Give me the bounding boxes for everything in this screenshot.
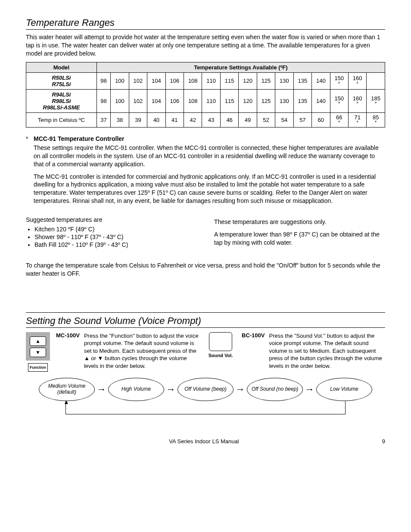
arrow-right-icon: → xyxy=(236,384,245,395)
note-paragraph: These settings require the MCC-91 contro… xyxy=(34,144,385,168)
temp-cell: 46 xyxy=(220,112,238,127)
temp-cell: 52 xyxy=(257,112,275,127)
table-row: R50LSi R75LSi 98100102104106108110115120… xyxy=(26,72,385,89)
mc-instructions: Press the "Function" button to adjust th… xyxy=(84,332,199,370)
bc100v-remote-diagram: Sound Vol. xyxy=(206,332,236,358)
temp-cell: 100 xyxy=(111,89,129,112)
temp-cell: 98 xyxy=(97,89,110,112)
footnote-marker: * xyxy=(26,135,34,209)
model-label: R98LSi xyxy=(28,98,95,104)
table-row: R94LSi R98LSi R98LSi-ASME 98100102104106… xyxy=(26,89,385,112)
flow-step: Off Sound (no beep) xyxy=(247,378,303,401)
model-label: R75LSi xyxy=(28,81,95,87)
flow-step: High Volume xyxy=(108,378,164,401)
intro-text: This water heater will attempt to provid… xyxy=(26,33,385,58)
up-arrow-icon: ▲ xyxy=(30,336,46,346)
flow-step: Medium Volume (default) xyxy=(39,378,95,401)
temp-cell: 160* xyxy=(348,89,366,112)
model-label: R50LSi xyxy=(28,75,95,81)
temp-cell: 130 xyxy=(275,89,293,112)
temperature-table: Model Temperature Settings Available (ºF… xyxy=(26,62,385,128)
temp-cell: 102 xyxy=(129,72,147,89)
arrow-right-icon: → xyxy=(166,384,176,395)
temp-cell: 130 xyxy=(275,72,293,89)
mc100v-remote-diagram: ▲ ▼ Function xyxy=(26,332,50,372)
temp-cell: 71* xyxy=(348,112,366,127)
temp-cell: 39 xyxy=(129,112,147,127)
temp-cell: 40 xyxy=(147,112,165,127)
temp-cell: 160* xyxy=(348,72,366,89)
section-heading-sound: Setting the Sound Volume (Voice Prompt) xyxy=(26,315,385,328)
footer-title: VA Series Indoor LS Manual xyxy=(169,438,239,445)
list-item: Shower 98º - 110º F (37º - 43º C) xyxy=(34,233,197,240)
right-paragraph: These temperatures are suggestions only. xyxy=(214,218,385,226)
temp-cell: 102 xyxy=(129,89,147,112)
temp-cell: 57 xyxy=(293,112,311,127)
temp-cell: 120 xyxy=(239,72,257,89)
temp-cell: 43 xyxy=(202,112,220,127)
temp-cell: 100 xyxy=(111,72,129,89)
arrow-up-icon: ▲ xyxy=(63,398,69,405)
model-label: R98LSi-ASME xyxy=(28,104,95,111)
note-title: MCC-91 Temperature Controller xyxy=(34,135,385,142)
mc-model-label: MC-100V xyxy=(56,332,80,370)
temp-cell: 38 xyxy=(111,112,129,127)
flow-step: Off Volume (beep) xyxy=(177,378,234,401)
temp-cell: 41 xyxy=(165,112,184,127)
temp-cell: 106 xyxy=(165,89,184,112)
temp-cell: 140 xyxy=(312,89,330,112)
temp-cell: 125 xyxy=(257,72,275,89)
temp-cell: 60 xyxy=(312,112,330,127)
temp-cell: 42 xyxy=(184,112,202,127)
th-model: Model xyxy=(26,62,97,72)
suggest-intro: Suggested temperatures are xyxy=(26,216,197,223)
temp-cell: 185* xyxy=(367,89,385,112)
temp-cell: 85* xyxy=(367,112,385,127)
temp-cell: 150* xyxy=(330,89,348,112)
scale-change-text: To change the temperature scale from Cel… xyxy=(26,261,385,278)
volume-flow-diagram: Medium Volume (default) → High Volume → … xyxy=(26,378,385,425)
section-heading-temp: Temperature Ranges xyxy=(26,17,385,30)
temp-cell: 106 xyxy=(165,72,184,89)
temp-cell: 135 xyxy=(293,72,311,89)
temp-cell: 140 xyxy=(312,72,330,89)
temp-cell: 115 xyxy=(220,89,238,112)
suggest-list: Kitchen 120 ºF (49º C) Shower 98º - 110º… xyxy=(26,226,197,248)
temp-cell: 115 xyxy=(220,72,238,89)
temp-cell: 104 xyxy=(147,89,165,112)
temp-cell: 150* xyxy=(330,72,348,89)
temp-cell: 49 xyxy=(239,112,257,127)
temp-cell: 110 xyxy=(202,89,220,112)
list-item: Kitchen 120 ºF (49º C) xyxy=(34,226,197,233)
sound-vol-label: Sound Vol. xyxy=(206,353,236,358)
temp-cell: 125 xyxy=(257,89,275,112)
temp-cell: 120 xyxy=(239,89,257,112)
flow-step: Low Volume xyxy=(316,378,372,401)
table-row: Temp in Celsius ºC 373839404142434649525… xyxy=(26,112,385,127)
page-number: 9 xyxy=(382,438,385,445)
temp-cell: 98 xyxy=(97,72,110,89)
temp-cell xyxy=(367,72,385,89)
arrow-right-icon: → xyxy=(97,384,106,395)
function-button-label: Function xyxy=(28,363,48,372)
note-paragraph: The MCC-91 controller is intended for co… xyxy=(34,173,385,205)
row-label-celsius: Temp in Celsius ºC xyxy=(26,112,97,127)
temp-cell: 108 xyxy=(184,72,202,89)
bc-model-label: BC-100V xyxy=(242,332,265,370)
right-paragraph: A temperature lower than 98º F (37º C) c… xyxy=(214,230,385,247)
temp-cell: 108 xyxy=(184,89,202,112)
th-temps: Temperature Settings Available (ºF) xyxy=(97,62,385,72)
bc-instructions: Press the "Sound Vol." button to adjust … xyxy=(269,332,385,370)
temp-cell: 110 xyxy=(202,72,220,89)
temp-cell: 135 xyxy=(293,89,311,112)
temp-cell: 54 xyxy=(275,112,293,127)
temp-cell: 37 xyxy=(97,112,110,127)
list-item: Bath Fill 102º - 110º F (39º - 43º C) xyxy=(34,241,197,248)
arrow-right-icon: → xyxy=(305,384,314,395)
temp-cell: 104 xyxy=(147,72,165,89)
temp-cell: 66* xyxy=(330,112,348,127)
down-arrow-icon: ▼ xyxy=(30,348,46,357)
model-label: R94LSi xyxy=(28,91,95,98)
